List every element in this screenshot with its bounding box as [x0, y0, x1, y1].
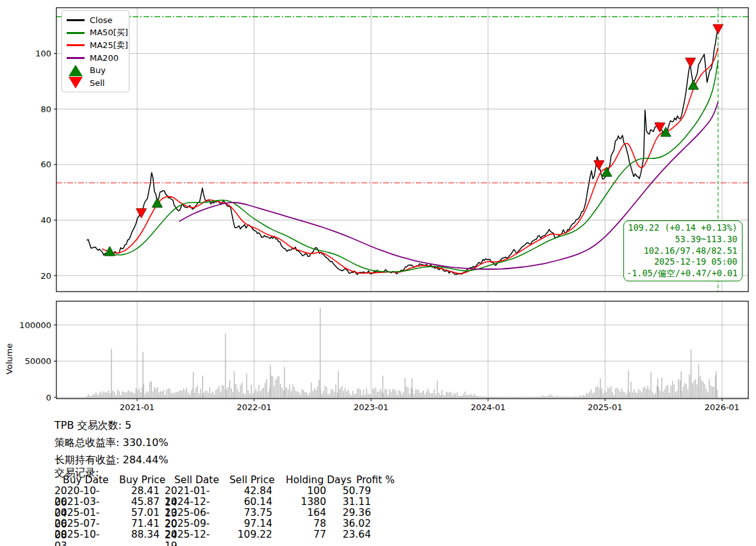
volume-bar	[205, 391, 206, 397]
volume-bar	[371, 394, 372, 397]
volume-spike-bar	[225, 334, 226, 398]
volume-bar	[694, 381, 694, 398]
volume-bar	[133, 392, 133, 397]
volume-bar	[268, 392, 268, 397]
volume-bar	[604, 390, 605, 397]
volume-bar	[366, 389, 367, 398]
volume-bar	[297, 392, 298, 398]
volume-bar	[606, 392, 607, 397]
volume-bar	[318, 380, 319, 397]
volume-bar	[177, 392, 177, 398]
x-tick-label: 2022-01	[236, 402, 271, 412]
volume-bar	[114, 392, 115, 398]
annotation-line-datetime: 2025-12-19 05:00	[627, 256, 737, 268]
legend-item-ma25: MA25[卖]	[66, 39, 126, 52]
volume-bar	[151, 381, 152, 397]
volume-bar	[611, 386, 611, 397]
volume-bar	[704, 385, 705, 398]
volume-bar	[400, 392, 400, 398]
volume-bar	[481, 397, 482, 398]
volume-bar	[222, 385, 222, 398]
volume-bar	[161, 392, 162, 397]
volume-bar	[434, 389, 434, 397]
volume-bar	[392, 389, 393, 398]
volume-bar	[549, 395, 550, 397]
volume-bar	[375, 387, 376, 397]
volume-bar	[88, 394, 88, 398]
volume-bar	[561, 397, 562, 398]
volume-bar	[612, 392, 612, 397]
volume-bar	[228, 387, 229, 398]
volume-bar	[668, 385, 668, 397]
volume-bar	[200, 389, 201, 398]
volume-bar	[328, 394, 329, 397]
volume-bar	[658, 387, 659, 397]
volume-bar	[354, 394, 354, 398]
volume-bar	[564, 397, 565, 398]
volume-bar	[545, 396, 545, 397]
volume-bar	[360, 390, 361, 398]
volume-bar	[156, 388, 156, 397]
volume-bar	[115, 395, 116, 398]
volume-bar	[541, 396, 542, 397]
volume-spike-bar	[411, 379, 412, 398]
volume-bar	[418, 390, 419, 398]
volume-bar	[409, 393, 410, 398]
volume-bar	[672, 381, 673, 397]
volume-bar	[165, 395, 165, 398]
volume-bar	[90, 396, 90, 397]
volume-bar	[563, 397, 564, 398]
volume-bar	[223, 386, 224, 398]
volume-bar	[717, 390, 718, 398]
volume-spike-bar	[270, 365, 271, 397]
volume-bar	[117, 390, 118, 398]
volume-bar	[277, 377, 277, 398]
volume-bar	[669, 393, 670, 397]
volume-bar	[368, 393, 368, 398]
volume-bar	[174, 393, 175, 398]
volume-bar	[509, 397, 510, 398]
volume-bar	[583, 395, 584, 397]
volume-bar	[548, 396, 548, 398]
volume-bar	[479, 397, 479, 398]
volume-bar	[229, 380, 230, 398]
volume-bar	[546, 396, 546, 397]
volume-bar	[179, 391, 179, 397]
legend-item-sell: Sell	[66, 77, 126, 90]
volume-bar	[577, 397, 577, 398]
volume-bar	[432, 393, 433, 397]
volume-bar	[711, 386, 711, 398]
volume-bar	[464, 392, 465, 398]
volume-bar	[703, 382, 703, 398]
volume-spike-bar	[320, 308, 320, 398]
volume-bar	[243, 393, 244, 397]
volume-bar	[684, 383, 685, 398]
volume-bar	[180, 390, 181, 398]
sell-marker-icon	[686, 58, 696, 67]
x-tick-label: 2026-01	[705, 402, 739, 412]
volume-bar	[300, 394, 300, 397]
volume-bar	[653, 394, 654, 398]
volume-bar	[346, 392, 347, 398]
volume-bar	[99, 394, 99, 398]
volume-bar	[463, 394, 464, 398]
volume-bar	[466, 395, 466, 397]
volume-bar	[592, 393, 593, 398]
volume-bar	[709, 379, 710, 398]
volume-bar	[280, 384, 281, 397]
volume-bar	[317, 387, 318, 398]
volume-bar	[299, 392, 299, 398]
volume-tick-label: 50000	[25, 356, 51, 366]
volume-bar	[140, 392, 141, 398]
volume-bar	[686, 385, 687, 398]
col-sell-price: Sell Price	[229, 474, 275, 486]
volume-bar	[295, 391, 296, 397]
volume-bar	[477, 396, 477, 398]
legend-label: MA50[买]	[90, 27, 128, 38]
x-tick-label: 2025-01	[588, 402, 622, 412]
volume-bar	[122, 392, 122, 398]
volume-bar	[552, 396, 553, 397]
volume-bar	[334, 392, 334, 398]
volume-bar	[213, 392, 213, 398]
volume-bar	[274, 386, 275, 398]
